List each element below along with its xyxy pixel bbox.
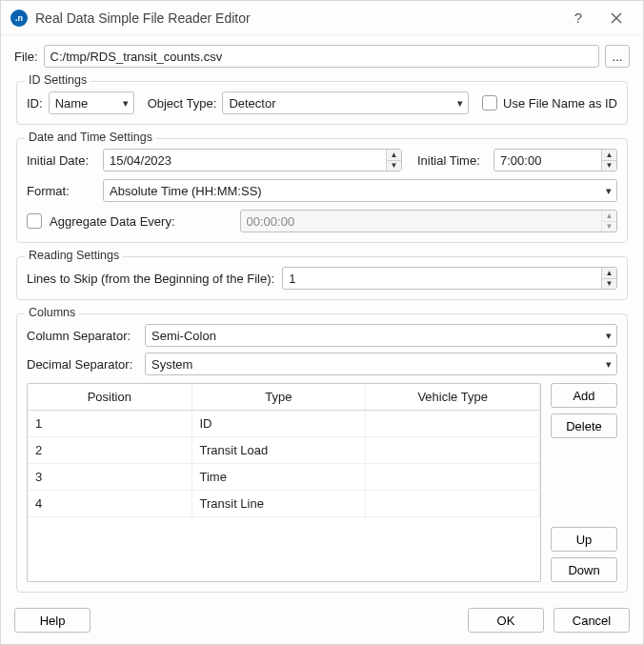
format-label: Format: [27, 184, 95, 198]
initial-date-label: Initial Date: [27, 153, 95, 168]
ok-button[interactable]: OK [468, 608, 544, 633]
table-cell-position[interactable]: 1 [28, 411, 191, 437]
table-cell-vehicle[interactable] [366, 491, 540, 517]
id-label: ID: [27, 96, 43, 111]
table-cell-position[interactable]: 2 [28, 437, 191, 464]
file-path-input[interactable] [44, 45, 599, 68]
table-cell-position[interactable]: 4 [28, 491, 191, 517]
table-cell-type[interactable]: Time [191, 464, 366, 491]
table-cell-vehicle[interactable] [366, 411, 540, 437]
close-titlebar-button[interactable] [597, 1, 635, 35]
delete-column-button[interactable]: Delete [551, 413, 617, 438]
browse-button[interactable]: ... [605, 45, 630, 68]
initial-date-input[interactable] [103, 149, 402, 171]
dec-sep-label: Decimal Separator: [27, 357, 137, 372]
object-type-select[interactable] [222, 91, 469, 114]
file-row: File: ... [14, 45, 630, 68]
id-settings-title: ID Settings [25, 73, 91, 87]
lines-to-skip-label: Lines to Skip (from the Beginning of the… [27, 272, 274, 286]
spin-up-button[interactable]: ▲ [387, 150, 401, 161]
dialog-body: File: ... ID Settings ID: ▾ Object Type:… [1, 35, 643, 600]
col-header-position: Position [28, 384, 191, 411]
aggregate-checkbox[interactable] [27, 213, 42, 229]
table-row[interactable]: 1ID [28, 411, 540, 437]
table-row[interactable]: 4Transit Line [28, 491, 540, 517]
dialog-footer: Help OK Cancel [1, 600, 643, 644]
reading-settings-group: Reading Settings Lines to Skip (from the… [16, 256, 628, 300]
move-down-button[interactable]: Down [551, 557, 617, 582]
file-label: File: [14, 50, 38, 64]
move-up-button[interactable]: Up [551, 527, 617, 552]
date-time-title: Date and Time Settings [25, 131, 156, 144]
initial-time-input[interactable] [493, 149, 617, 171]
column-separator-select[interactable] [145, 324, 617, 347]
spin-down-button: ▼ [602, 222, 616, 232]
table-row[interactable]: 3Time [28, 464, 540, 491]
reading-title: Reading Settings [25, 249, 123, 262]
table-header-row: Position Type Vehicle Type [28, 384, 540, 411]
id-settings-group: ID Settings ID: ▾ Object Type: ▾ Use Fil… [16, 81, 628, 125]
initial-time-label: Initial Time: [417, 153, 486, 168]
spin-up-button[interactable]: ▲ [602, 150, 616, 161]
aggregate-label: Aggregate Data Every: [50, 214, 175, 229]
table-row[interactable]: 2Transit Load [28, 437, 540, 464]
spin-down-button[interactable]: ▼ [602, 161, 616, 171]
cancel-button[interactable]: Cancel [553, 608, 630, 633]
spin-down-button[interactable]: ▼ [387, 161, 401, 171]
col-header-type: Type [191, 384, 366, 411]
use-filename-checkbox[interactable] [482, 95, 497, 111]
app-icon: .n [10, 10, 28, 27]
window-title: Real Data Simple File Reader Editor [35, 10, 559, 26]
table-cell-type[interactable]: Transit Load [191, 437, 366, 464]
help-button[interactable]: Help [14, 608, 91, 633]
columns-side-buttons: Add Delete Up Down [551, 383, 617, 582]
lines-to-skip-input[interactable] [282, 267, 617, 290]
table-cell-position[interactable]: 3 [28, 464, 191, 491]
close-icon [611, 12, 622, 24]
dialog-window: .n Real Data Simple File Reader Editor ?… [0, 0, 644, 645]
id-select[interactable] [49, 91, 134, 114]
add-column-button[interactable]: Add [551, 383, 617, 408]
col-sep-label: Column Separator: [27, 329, 137, 343]
table-cell-vehicle[interactable] [366, 464, 540, 491]
table-cell-type[interactable]: ID [191, 411, 366, 437]
col-header-vehicle: Vehicle Type [366, 384, 540, 411]
help-titlebar-button[interactable]: ? [559, 1, 597, 35]
columns-title: Columns [25, 306, 79, 319]
aggregate-interval-input [240, 210, 617, 232]
table-cell-vehicle[interactable] [366, 437, 540, 464]
decimal-separator-select[interactable] [145, 353, 617, 375]
spin-up-button: ▲ [602, 211, 616, 222]
table-cell-type[interactable]: Transit Line [191, 491, 366, 517]
use-filename-label: Use File Name as ID [503, 96, 617, 111]
columns-table[interactable]: Position Type Vehicle Type 1ID2Transit L… [27, 383, 541, 582]
spin-up-button[interactable]: ▲ [602, 268, 616, 279]
titlebar: .n Real Data Simple File Reader Editor ? [1, 1, 643, 35]
date-time-settings-group: Date and Time Settings Initial Date: ▲▼ … [16, 138, 628, 243]
columns-group: Columns Column Separator: ▾ Decimal Sepa… [16, 313, 628, 593]
format-select[interactable] [103, 179, 617, 202]
object-type-label: Object Type: [148, 96, 217, 111]
spin-down-button[interactable]: ▼ [602, 279, 616, 290]
